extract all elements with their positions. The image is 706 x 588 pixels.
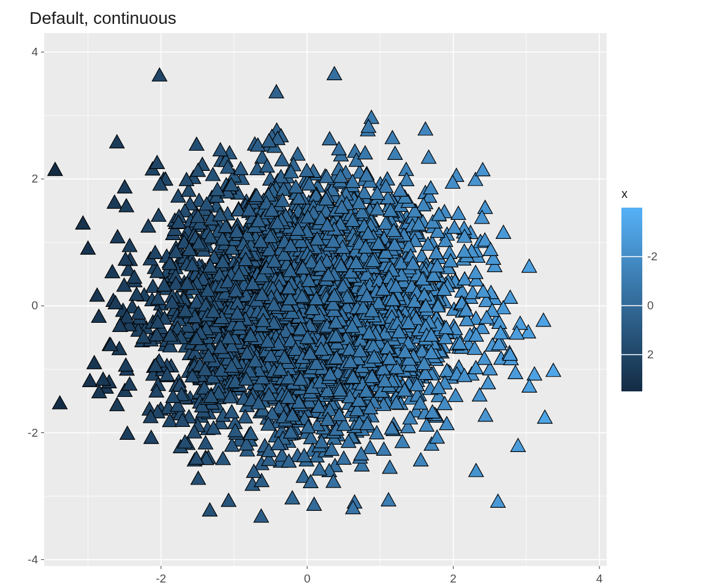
svg-marker-555 <box>363 440 378 454</box>
chart-title: Default, continuous <box>29 9 176 28</box>
svg-marker-1141 <box>448 388 463 402</box>
svg-marker-2822 <box>269 85 284 98</box>
svg-marker-1461 <box>513 316 528 330</box>
svg-marker-1451 <box>447 220 461 233</box>
svg-marker-1645 <box>105 265 120 278</box>
svg-marker-2632 <box>216 451 230 465</box>
svg-marker-527 <box>478 200 493 214</box>
svg-marker-768 <box>496 225 511 239</box>
y-tick-label: -2 <box>28 426 38 440</box>
legend-tick-label: 2 <box>647 348 654 361</box>
svg-marker-2143 <box>285 491 300 504</box>
x-tick-label: 0 <box>304 572 311 586</box>
svg-marker-212 <box>83 374 97 387</box>
svg-marker-2404 <box>307 497 322 511</box>
svg-marker-2694 <box>87 356 102 369</box>
svg-marker-862 <box>503 290 517 304</box>
svg-marker-1181 <box>385 130 400 144</box>
svg-marker-1251 <box>364 110 379 124</box>
svg-marker-1239 <box>421 150 436 164</box>
svg-marker-2449 <box>224 405 239 418</box>
svg-marker-669 <box>110 230 125 243</box>
svg-marker-1943 <box>376 442 391 456</box>
svg-marker-641 <box>414 453 428 466</box>
svg-marker-1594 <box>53 396 67 409</box>
svg-marker-3006 <box>537 410 552 424</box>
svg-marker-2238 <box>327 67 342 80</box>
svg-marker-2140 <box>469 464 484 477</box>
svg-marker-1331 <box>189 137 204 151</box>
x-tick-label: -2 <box>156 572 166 586</box>
svg-marker-1580 <box>118 180 132 194</box>
svg-marker-1762 <box>48 162 63 176</box>
legend-colorbar <box>621 208 642 391</box>
svg-marker-973 <box>254 509 268 522</box>
svg-marker-1291 <box>322 132 337 145</box>
svg-marker-2310 <box>478 408 493 421</box>
x-tick-label: 4 <box>596 572 603 586</box>
svg-marker-1107 <box>123 238 137 252</box>
svg-marker-2462 <box>151 208 166 222</box>
svg-marker-1437 <box>110 398 124 411</box>
plot-panel <box>44 33 607 566</box>
legend-title: x <box>621 187 695 201</box>
svg-marker-257 <box>522 379 537 393</box>
svg-marker-31 <box>191 471 205 484</box>
svg-rect-3217 <box>621 208 642 391</box>
svg-marker-2508 <box>480 375 495 389</box>
svg-marker-2082 <box>312 462 327 475</box>
svg-marker-1225 <box>382 460 397 473</box>
svg-marker-3021 <box>476 163 490 176</box>
svg-marker-1218 <box>213 143 228 156</box>
svg-marker-1478 <box>508 366 523 379</box>
svg-marker-132 <box>527 367 542 380</box>
plot-svg <box>44 33 607 566</box>
svg-marker-312 <box>89 288 104 301</box>
svg-marker-510 <box>536 313 551 326</box>
svg-marker-2156 <box>546 363 561 377</box>
svg-marker-3032 <box>91 309 106 323</box>
svg-marker-1937 <box>221 493 236 507</box>
svg-marker-2981 <box>430 430 444 443</box>
y-tick-label: 4 <box>31 45 38 59</box>
svg-marker-1972 <box>418 122 433 135</box>
svg-marker-2528 <box>81 241 96 254</box>
svg-marker-3098 <box>336 451 351 464</box>
legend-tick-label: -2 <box>647 250 658 263</box>
svg-marker-1572 <box>233 162 248 175</box>
svg-marker-1947 <box>119 198 134 212</box>
y-tick-label: -4 <box>28 553 38 567</box>
color-legend: x 20-2 <box>621 187 695 206</box>
svg-marker-2980 <box>522 259 537 273</box>
svg-marker-110 <box>202 503 217 516</box>
svg-marker-593 <box>275 153 289 166</box>
chart-container: Default, continuous x 20-2 -2024-4-2024 <box>0 0 706 588</box>
svg-marker-1329 <box>118 358 133 371</box>
svg-marker-2069 <box>152 68 167 81</box>
svg-marker-1532 <box>107 195 122 209</box>
svg-marker-3030 <box>358 146 373 159</box>
y-tick-label: 0 <box>31 299 38 312</box>
svg-marker-1744 <box>511 439 525 452</box>
svg-marker-723 <box>110 135 124 148</box>
svg-marker-379 <box>381 492 396 506</box>
svg-marker-265 <box>290 147 305 160</box>
svg-marker-3180 <box>468 265 483 279</box>
x-tick-label: 2 <box>450 572 457 586</box>
svg-marker-40 <box>395 434 410 448</box>
y-tick-label: 2 <box>31 172 38 186</box>
svg-marker-1074 <box>388 146 403 160</box>
svg-marker-2673 <box>473 388 487 401</box>
svg-marker-2674 <box>150 156 164 169</box>
legend-tick-label: 0 <box>647 299 654 312</box>
